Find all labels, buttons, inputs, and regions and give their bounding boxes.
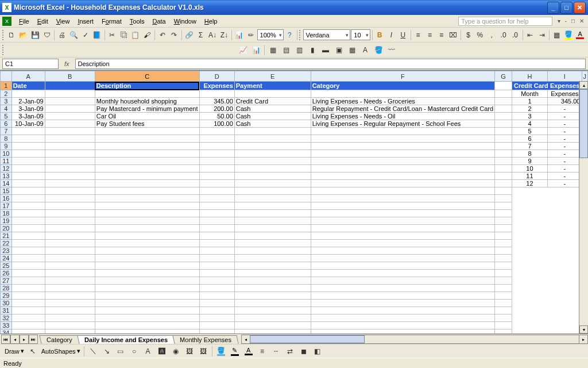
row-header-25[interactable]: 25 <box>1 262 12 270</box>
align-right-icon[interactable]: ≡ <box>436 29 447 41</box>
cell-credit-card-header[interactable]: Credit Card Expenses <box>512 82 582 90</box>
fill-icon[interactable]: 🪣 <box>372 44 385 56</box>
currency-icon[interactable]: $ <box>463 29 474 41</box>
menu-edit[interactable]: Edit <box>33 17 52 26</box>
bold-button[interactable]: B <box>374 29 385 41</box>
new-icon[interactable]: 🗋 <box>6 29 17 41</box>
chart-type-icon[interactable]: 📊 <box>250 44 262 56</box>
doc-maximize-button[interactable]: □ <box>570 18 577 24</box>
line-tool-icon[interactable]: ＼ <box>87 345 99 358</box>
row-header-31[interactable]: 31 <box>1 307 12 315</box>
shadow-icon[interactable]: ◼ <box>297 345 310 358</box>
col-header-J[interactable]: J <box>582 71 588 82</box>
menu-tools[interactable]: Tools <box>126 17 149 26</box>
menu-file[interactable]: File <box>15 17 33 26</box>
col-header-I[interactable]: I <box>548 71 582 82</box>
doc-restore-icon[interactable]: ▾ <box>556 18 562 24</box>
row-header-1[interactable]: 1 <box>1 82 12 90</box>
row-header-5[interactable]: 5 <box>1 113 12 120</box>
line-color-icon[interactable]: ✎ <box>229 347 241 356</box>
row-header-23[interactable]: 23 <box>1 247 12 255</box>
font-dropdown[interactable]: Verdana <box>303 29 351 40</box>
wordart-icon[interactable]: 🅰 <box>156 345 168 358</box>
sort-asc-icon[interactable]: A↓ <box>207 29 218 41</box>
tab-prev-icon[interactable]: ◂ <box>10 335 20 344</box>
undo-icon[interactable]: ↶ <box>157 29 168 41</box>
font-size-dropdown[interactable]: 10 <box>351 29 370 40</box>
help-icon[interactable]: ? <box>284 29 295 41</box>
row-header-32[interactable]: 32 <box>1 315 12 322</box>
sort-desc-icon[interactable]: Z↓ <box>219 29 230 41</box>
decrease-indent-icon[interactable]: ⇤ <box>525 29 536 41</box>
col-header-A[interactable]: A <box>11 71 45 82</box>
diagram-icon[interactable]: ◉ <box>169 345 182 358</box>
col-header-B[interactable]: B <box>45 71 95 82</box>
save-icon[interactable]: 💾 <box>29 29 40 41</box>
cell-expenses-header[interactable]: Expenses <box>548 90 582 98</box>
row-header-24[interactable]: 24 <box>1 255 12 262</box>
permission-icon[interactable]: 🛡 <box>41 29 52 41</box>
row-header-34[interactable]: 34 <box>1 329 12 334</box>
col-header-D[interactable]: D <box>199 71 234 82</box>
dash-style-icon[interactable]: ┄ <box>270 345 283 358</box>
3d-icon[interactable]: ◧ <box>311 345 324 358</box>
tab-daily-income-expenses[interactable]: Daily Income and Expenses <box>77 335 175 344</box>
row-header-20[interactable]: 20 <box>1 225 12 232</box>
chart-wizard-icon[interactable]: 📈 <box>237 44 249 56</box>
menu-help[interactable]: Help <box>200 17 222 26</box>
increase-indent-icon[interactable]: ⇥ <box>536 29 547 41</box>
cell-C1[interactable]: Description <box>95 82 199 90</box>
picture-icon[interactable]: 🖼 <box>197 345 210 358</box>
tab-next-icon[interactable]: ▸ <box>20 335 29 344</box>
col-header-H[interactable]: H <box>512 71 547 82</box>
percent-icon[interactable]: % <box>474 29 485 41</box>
row-header-12[interactable]: 12 <box>1 165 12 172</box>
tab-first-icon[interactable]: ⏮ <box>1 335 10 344</box>
increase-decimal-icon[interactable]: .0 <box>498 29 509 41</box>
tab-category[interactable]: Category <box>39 335 79 344</box>
row-header-27[interactable]: 27 <box>1 277 12 285</box>
font-color-icon[interactable]: A <box>575 30 586 39</box>
cell-B1[interactable] <box>45 82 95 90</box>
table-icon[interactable]: ▦ <box>266 44 279 56</box>
print-icon[interactable]: 🖨 <box>56 29 67 41</box>
format-painter-icon[interactable]: 🖌 <box>142 29 153 41</box>
autoformat-icon[interactable]: ▤ <box>280 44 292 56</box>
text-icon[interactable]: A <box>359 44 372 56</box>
row-header-14[interactable]: 14 <box>1 180 12 187</box>
draw-menu[interactable]: Draw ▾ <box>3 347 25 355</box>
row-header-22[interactable]: 22 <box>1 240 12 247</box>
help-input[interactable]: Type a question for help <box>458 17 552 26</box>
tab-monthly-expenses[interactable]: Monthly Expenses <box>172 335 238 344</box>
hyperlink-icon[interactable]: 🔗 <box>183 29 194 41</box>
menu-insert[interactable]: Insert <box>74 17 98 26</box>
line-icon[interactable]: 〰 <box>385 44 398 56</box>
italic-button[interactable]: I <box>386 29 397 41</box>
row-header-19[interactable]: 19 <box>1 217 12 225</box>
maximize-button[interactable]: □ <box>560 2 572 14</box>
row-header-33[interactable]: 33 <box>1 322 12 329</box>
row-header-16[interactable]: 16 <box>1 195 12 202</box>
formula-input[interactable]: Description <box>75 59 586 69</box>
col-header-C[interactable]: C <box>95 71 199 82</box>
row-header-2[interactable]: 2 <box>1 90 12 98</box>
spelling-icon[interactable]: ✓ <box>80 29 91 41</box>
paste-icon[interactable]: 📋 <box>130 29 141 41</box>
menu-data[interactable]: Data <box>148 17 169 26</box>
copy-icon[interactable]: ⿻ <box>118 29 129 41</box>
cols-icon[interactable]: ▮ <box>306 44 319 56</box>
fill-color-icon[interactable]: 🪣 <box>563 30 574 40</box>
doc-close-button[interactable]: ✕ <box>578 18 586 24</box>
name-box[interactable]: C1 <box>2 59 59 69</box>
underline-button[interactable]: U <box>397 29 408 41</box>
row-header-8[interactable]: 8 <box>1 135 12 143</box>
col-header-F[interactable]: F <box>311 71 494 82</box>
row-header-15[interactable]: 15 <box>1 187 12 195</box>
legend-icon[interactable]: ▣ <box>332 44 345 56</box>
decrease-decimal-icon[interactable]: .0 <box>509 29 520 41</box>
doc-minimize-button[interactable]: - <box>563 18 568 24</box>
merge-center-icon[interactable]: ⌧ <box>448 29 459 41</box>
comma-icon[interactable]: , <box>486 29 497 41</box>
autoshapes-menu[interactable]: AutoShapes ▾ <box>40 347 82 355</box>
tab-last-icon[interactable]: ⏭ <box>29 335 38 344</box>
